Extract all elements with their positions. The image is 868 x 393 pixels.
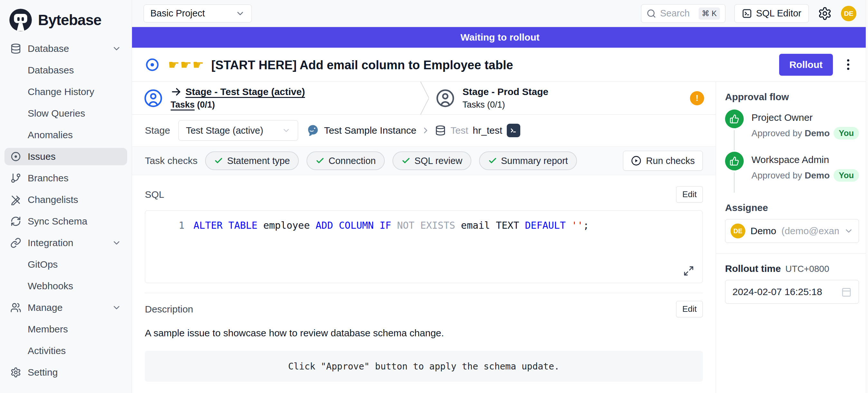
sidebar-item[interactable]: Branches [4,170,127,187]
database-icon [435,125,446,136]
chevron-right-icon [421,126,430,135]
sql-title: SQL [145,189,164,200]
sidebar-item[interactable]: Anomalies [4,126,127,144]
content-row: Stage - Test Stage (active) Tasks (0/1) [132,82,868,393]
postgresql-icon [307,124,319,137]
kebab-menu-icon[interactable] [841,56,855,73]
approved-by-text: Approved by [751,128,802,139]
task-check-pill[interactable]: Summary report [479,151,577,170]
brand-logo[interactable]: Bytebase [4,6,127,40]
sql-editor-button[interactable]: SQL Editor [734,4,809,23]
sidebar-item[interactable]: Change History [4,83,127,100]
task-checks-row: Task checks Statement type Connection [132,146,716,175]
approval-step: Project Owner Approved by Demo You [725,110,859,152]
approved-by-text: Approved by [751,171,802,181]
sidebar-item[interactable]: Setting [4,364,127,381]
thumbs-up-icon [725,110,744,128]
task-check-pill[interactable]: Statement type [205,151,299,170]
scrollbar[interactable] [866,0,868,393]
sidebar-item[interactable]: GitOps [4,256,127,273]
arrow-right-icon [170,86,182,97]
stage-name: Stage - Prod Stage [463,86,549,97]
main-area: Basic Project Search ⌘ K SQL Editor [132,0,868,393]
description-code-block: Click "Approve" button to apply the sche… [145,351,703,382]
chevron-down-icon [112,44,121,54]
task-check-pill[interactable]: Connection [307,151,385,170]
sidebar: Bytebase Database Databases Change Histo… [0,0,132,393]
stage-label: Stage [145,125,170,136]
sidebar-item[interactable]: Sync Schema [4,213,127,230]
approval-flow-title: Approval flow [725,91,859,102]
sidebar-item[interactable]: Databases [4,62,127,79]
stage-tasks[interactable]: Tasks (0/1) [463,100,549,110]
topbar-right: Search ⌘ K SQL Editor DE [641,4,857,23]
stage-select[interactable]: Test Stage (active) [178,120,298,141]
rollout-button[interactable]: Rollout [779,54,833,76]
calendar-icon [841,287,851,297]
topbar: Basic Project Search ⌘ K SQL Editor [132,0,868,27]
sidebar-item[interactable]: Webhooks [4,277,127,295]
sidebar-item[interactable]: Activities [4,342,127,360]
status-banner: Waiting to rollout [132,27,868,48]
environment-name: Test [451,125,468,136]
open-sql-editor-icon[interactable] [507,124,520,137]
assignee-title: Assignee [725,202,859,213]
stage-tasks[interactable]: Tasks (0/1) [170,100,305,110]
approval-role: Project Owner [751,112,859,123]
chevron-down-icon [112,238,121,248]
run-checks-button[interactable]: Run checks [623,151,703,171]
task-check-pill[interactable]: SQL review [393,151,471,170]
check-icon [488,156,497,165]
issue-sidebar: Approval flow Project Owner [716,82,868,393]
terminal-icon [742,8,752,19]
issue-content: Stage - Test Stage (active) Tasks (0/1) [132,82,716,393]
description-edit-button[interactable]: Edit [676,301,703,317]
brand-name: Bytebase [38,11,101,29]
database-name[interactable]: hr_test [473,125,502,136]
sidebar-item[interactable]: Integration [4,234,127,251]
search-input[interactable]: Search ⌘ K [641,4,725,23]
sidebar-item[interactable]: Members [4,321,127,338]
warning-badge: ! [690,91,704,105]
approver-name: Demo [805,128,830,139]
expand-icon[interactable] [683,266,694,276]
sidebar-item[interactable]: Issues [4,148,127,165]
sidebar-nav: Database Databases Change History Slow Q… [4,40,127,381]
stage-name: Stage - Test Stage (active) [185,86,305,97]
sidebar-item[interactable]: Database [4,40,127,57]
rollout-timezone: UTC+0800 [785,264,829,274]
stage-tab[interactable]: Stage - Test Stage (active) Tasks (0/1) [132,82,424,114]
sql-edit-button[interactable]: Edit [676,186,703,203]
database-icon [10,43,21,54]
chevron-down-icon [112,303,121,312]
line-number: 1 [145,220,193,231]
chevron-down-icon [844,226,854,236]
circle-dot-icon [10,151,21,162]
link-icon [10,237,21,248]
project-selector[interactable]: Basic Project [144,4,252,23]
sidebar-item[interactable]: Slow Queries [4,105,127,122]
chevron-down-icon [282,126,291,135]
git-branch-icon [10,173,21,184]
gear-icon[interactable] [818,6,832,21]
search-shortcut-badge: ⌘ K [699,7,720,20]
check-icon [401,156,410,165]
sidebar-item[interactable]: Manage [4,299,127,316]
instance-name[interactable]: Test Sample Instance [324,125,416,136]
sql-editor[interactable]: 1 ALTER TABLE employee ADD COLUMN IF NOT… [145,210,703,283]
assignee-select[interactable]: DE Demo (demo@example [725,219,859,243]
stage-strip: Stage - Test Stage (active) Tasks (0/1) [132,82,716,115]
user-avatar[interactable]: DE [841,6,857,21]
task-checks-label: Task checks [145,155,197,166]
sidebar-item[interactable]: Changelists [4,191,127,208]
issue-open-icon [145,57,160,72]
stage-tab[interactable]: Stage - Prod Stage Tasks (0/1) ! [424,82,716,114]
description-title: Description [145,304,193,315]
approval-role: Workspace Admin [751,154,859,165]
changelist-icon [10,194,21,205]
play-circle-icon [631,156,641,166]
approver-name: Demo [805,171,830,181]
rollout-time-input[interactable]: 2024-02-07 16:25:18 [725,280,859,304]
chevron-down-icon [235,9,245,18]
sync-icon [10,216,21,227]
